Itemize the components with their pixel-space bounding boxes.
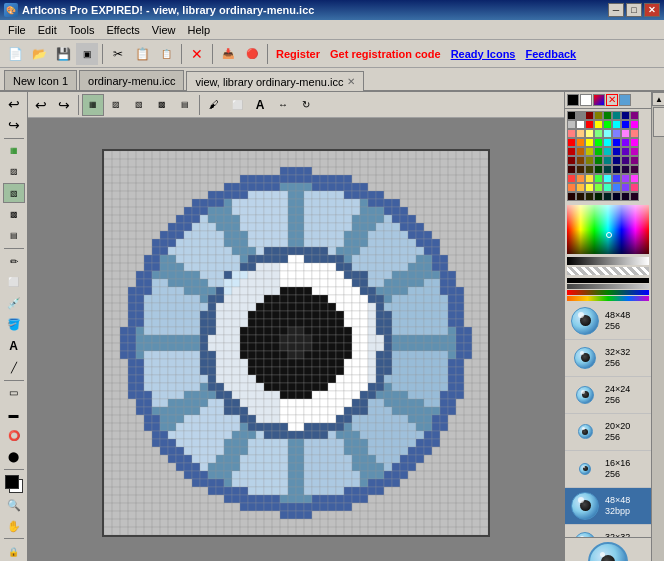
palette-color[interactable] [567,174,576,183]
menu-file[interactable]: File [2,22,32,38]
palette-color[interactable] [594,174,603,183]
tool-text[interactable]: A [3,336,25,356]
tool-zoom[interactable]: 🔍 [3,495,25,515]
palette-color[interactable] [621,120,630,129]
palette-color[interactable] [594,120,603,129]
palette-color[interactable] [594,165,603,174]
palette-color[interactable] [612,156,621,165]
palette-color[interactable] [612,129,621,138]
canvas-tb-grid2[interactable]: ▨ [105,94,127,116]
tool-select[interactable]: ▦ [3,141,25,161]
color-white[interactable] [580,94,592,106]
tool-eyedropper[interactable]: 💉 [3,294,25,314]
palette-color[interactable] [612,111,621,120]
tab-view-library[interactable]: view, library ordinary-menu.icc ✕ [186,71,364,91]
palette-color[interactable] [576,111,585,120]
palette-color[interactable] [603,183,612,192]
palette-color[interactable] [630,192,639,201]
toolbar-cut[interactable]: ✂ [107,43,129,65]
palette-color[interactable] [585,129,594,138]
tool-select5[interactable]: ▤ [3,226,25,246]
rgb-line[interactable] [567,290,649,295]
canvas-tb-grid5[interactable]: ▤ [174,94,196,116]
scroll-up[interactable]: ▲ [652,92,664,106]
palette-color[interactable] [603,192,612,201]
tool-rect[interactable]: ▭ [3,383,25,403]
palette-color[interactable] [567,120,576,129]
tab-close-icon[interactable]: ✕ [347,76,355,87]
palette-color[interactable] [585,138,594,147]
size-list-item[interactable]: 32×32256 [565,340,651,377]
palette-color[interactable] [630,165,639,174]
color-gradient[interactable] [593,94,605,106]
tool-undo[interactable]: ↩ [3,94,25,114]
tool-select2[interactable]: ▨ [3,162,25,182]
canvas-tb-mirror[interactable]: ↔ [272,94,294,116]
tool-extra1[interactable]: 🔒 [3,541,25,561]
palette-color[interactable] [567,129,576,138]
palette-color[interactable] [630,174,639,183]
palette-color[interactable] [612,138,621,147]
palette-color[interactable] [621,147,630,156]
palette-color[interactable] [594,156,603,165]
black-line[interactable] [567,278,649,283]
tool-hand[interactable]: ✋ [3,516,25,536]
palette-color[interactable] [612,192,621,201]
close-button[interactable]: ✕ [644,3,660,17]
canvas-tb-grid1[interactable]: ▦ [82,94,104,116]
palette-color[interactable] [621,174,630,183]
maximize-button[interactable]: □ [626,3,642,17]
menu-edit[interactable]: Edit [32,22,63,38]
palette-color[interactable] [621,156,630,165]
canvas-tb-grid3[interactable]: ▧ [128,94,150,116]
palette-color[interactable] [567,156,576,165]
toolbar-delete[interactable]: ✕ [186,43,208,65]
palette-color[interactable] [576,138,585,147]
color-x[interactable]: ✕ [606,94,618,106]
size-list-item[interactable]: 16×16256 [565,451,651,488]
color-selector[interactable] [3,473,25,493]
toolbar-paste[interactable]: 📋 [155,43,177,65]
palette-color[interactable] [612,183,621,192]
canvas-tb-text[interactable]: A [249,94,271,116]
tool-ellipse[interactable]: ⭕ [3,425,25,445]
palette-color[interactable] [621,183,630,192]
palette-color[interactable] [603,120,612,129]
palette-color[interactable] [576,120,585,129]
palette-color[interactable] [585,192,594,201]
palette-color[interactable] [621,165,630,174]
register-link[interactable]: Register [276,48,320,60]
tab-new-icon[interactable]: New Icon 1 [4,70,77,90]
palette-color[interactable] [630,111,639,120]
palette-color[interactable] [567,192,576,201]
menu-effects[interactable]: Effects [100,22,145,38]
palette-color[interactable] [576,192,585,201]
size-list-item[interactable]: 48×48256 [565,303,651,340]
palette-color[interactable] [585,165,594,174]
gray-line[interactable] [567,284,649,289]
spectrum-area[interactable] [567,205,649,254]
tool-line[interactable]: ╱ [3,357,25,377]
getcode-link[interactable]: Get registration code [330,48,441,60]
palette-color[interactable] [612,147,621,156]
palette-color[interactable] [585,147,594,156]
palette-color[interactable] [630,120,639,129]
color-picker-btn[interactable] [619,94,631,106]
toolbar-export[interactable]: 🔴 [241,43,263,65]
palette-color[interactable] [603,138,612,147]
palette-color[interactable] [621,129,630,138]
fg-color-box[interactable] [5,475,19,489]
palette-color[interactable] [612,165,621,174]
size-list-item[interactable]: 20×20256 [565,414,651,451]
palette-color[interactable] [612,174,621,183]
size-list-item[interactable]: 32×3232bpp [565,525,651,537]
palette-color[interactable] [621,192,630,201]
palette-color[interactable] [630,138,639,147]
palette-color[interactable] [603,111,612,120]
toolbar-copy[interactable]: 📋 [131,43,153,65]
toolbar-save2[interactable]: ▣ [76,43,98,65]
palette-color[interactable] [576,183,585,192]
palette-color[interactable] [603,174,612,183]
toolbar-new[interactable]: 📄 [4,43,26,65]
tab-ordinary-menu[interactable]: ordinary-menu.icc [79,70,184,90]
